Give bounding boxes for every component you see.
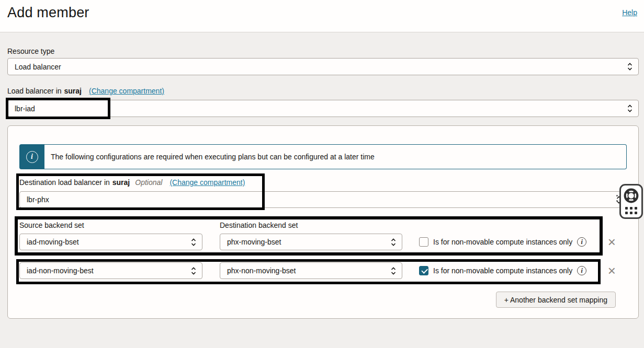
chevron-updown-icon: [391, 266, 396, 275]
page-title: Add member: [7, 5, 89, 21]
mapping-row: iad-moving-bset phx-moving-bset Is for n…: [19, 234, 616, 250]
destination-backend-set-value: phx-non-moving-bset: [227, 266, 296, 275]
info-banner-icon-block: i: [19, 144, 44, 169]
non-movable-checkbox[interactable]: [419, 266, 428, 275]
overlay-widget[interactable]: [619, 184, 643, 219]
dest-lb-value: lbr-phx: [27, 195, 49, 204]
destination-backend-set-header: Destination backend set: [220, 221, 298, 229]
grid-dots-icon[interactable]: [625, 207, 637, 214]
chevron-updown-icon: [191, 266, 196, 275]
destination-backend-set-value: phx-moving-bset: [227, 238, 281, 246]
remove-row-button[interactable]: ×: [608, 237, 616, 247]
destination-backend-set-select[interactable]: phx-non-moving-bset: [220, 262, 402, 279]
resource-type-label: Resource type: [7, 47, 54, 55]
dest-lb-compartment: suraj: [112, 178, 130, 187]
source-lb-label: Load balancer in suraj (Change compartme…: [7, 87, 164, 95]
info-banner: i The following configurations are requi…: [19, 144, 627, 169]
info-icon[interactable]: i: [577, 237, 586, 247]
source-backend-set-value: iad-non-moving-best: [27, 266, 94, 275]
widget-handle-dot: [616, 195, 618, 196]
mapping-row: iad-non-moving-best phx-non-moving-bset …: [19, 262, 616, 279]
non-movable-checkbox-label: Is for non-movable compute instances onl…: [433, 238, 572, 246]
lifebuoy-icon[interactable]: [623, 187, 640, 204]
source-lb-change-compartment-link[interactable]: (Change compartment): [89, 87, 164, 95]
resource-type-value: Load balancer: [15, 63, 61, 71]
destination-backend-set-select[interactable]: phx-moving-bset: [220, 234, 402, 250]
non-movable-checkbox[interactable]: [419, 237, 428, 247]
config-panel: i The following configurations are requi…: [7, 125, 639, 319]
chevron-updown-icon: [627, 104, 632, 113]
source-lb-label-prefix: Load balancer in: [7, 87, 62, 95]
widget-handle-dot: [616, 200, 618, 202]
source-lb-select[interactable]: lbr-iad: [7, 100, 639, 117]
non-movable-checkbox-label: Is for non-movable compute instances onl…: [433, 266, 572, 275]
source-backend-set-value: iad-moving-bset: [27, 238, 79, 246]
help-link[interactable]: Help: [622, 8, 637, 17]
dest-lb-select[interactable]: lbr-phx: [19, 191, 628, 208]
source-backend-set-select[interactable]: iad-moving-bset: [19, 234, 202, 250]
chevron-updown-icon: [627, 62, 632, 71]
non-movable-checkbox-group: Is for non-movable compute instances onl…: [419, 266, 586, 275]
resource-type-select[interactable]: Load balancer: [7, 58, 639, 75]
info-banner-text: The following configurations are require…: [44, 144, 627, 169]
dest-lb-change-compartment-link[interactable]: (Change compartment): [170, 178, 245, 187]
source-lb-compartment: suraj: [64, 87, 82, 95]
info-icon: i: [26, 151, 38, 163]
page-header: Add member Help: [0, 0, 644, 32]
optional-tag: Optional: [135, 178, 162, 187]
add-backend-set-mapping-button[interactable]: + Another backend set mapping: [496, 292, 616, 308]
add-member-page: Add member Help Resource type Load balan…: [0, 0, 644, 348]
dest-lb-label-prefix: Destination load balancer in: [19, 178, 110, 187]
source-lb-value: lbr-iad: [15, 105, 35, 113]
dest-lb-label: Destination load balancer in suraj Optio…: [19, 178, 245, 187]
info-icon[interactable]: i: [577, 266, 586, 275]
source-backend-set-select[interactable]: iad-non-moving-best: [19, 262, 202, 279]
chevron-updown-icon: [191, 238, 196, 247]
remove-row-button[interactable]: ×: [608, 266, 616, 275]
mapping-column-headers: Source backend set Destination backend s…: [8, 221, 638, 230]
chevron-updown-icon: [391, 238, 396, 247]
source-backend-set-header: Source backend set: [19, 221, 84, 229]
non-movable-checkbox-group: Is for non-movable compute instances onl…: [419, 237, 586, 247]
